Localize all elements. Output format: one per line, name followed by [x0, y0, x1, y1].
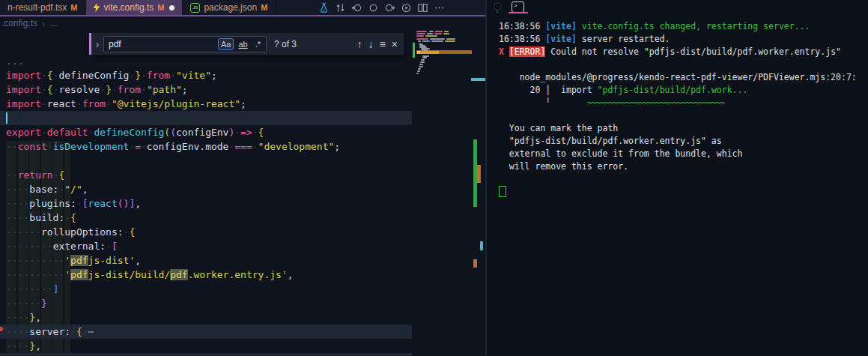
json-file-icon: JS — [190, 3, 200, 13]
code-line[interactable]: import·react·from·"@vitejs/plugin-react"… — [0, 97, 412, 111]
code-line[interactable]: ····build:·{ — [0, 211, 412, 225]
code-line[interactable]: ····base:·"/", — [0, 182, 412, 196]
code-editor[interactable]: ...import·{·defineConfig·}·from·"vite";i… — [0, 54, 414, 353]
terminal-token: 16:38:56 — [499, 21, 545, 31]
whole-word-toggle[interactable]: ab — [235, 38, 250, 50]
code-token: · — [106, 241, 112, 252]
code-token: server: — [29, 326, 70, 337]
code-token: .worker.entry.js' — [188, 269, 288, 280]
breadcrumb[interactable]: .config.ts › ... — [1, 16, 57, 30]
code-line[interactable]: ··return·{ — [0, 168, 412, 182]
code-line[interactable]: ····}, — [0, 339, 412, 353]
match-case-toggle[interactable]: Aa — [218, 38, 234, 50]
code-token: ········ — [6, 241, 53, 252]
code-token: { — [58, 169, 64, 181]
lightbulb-icon — [494, 2, 502, 10]
code-token: , — [288, 269, 294, 280]
code-token: const — [18, 141, 47, 152]
code-token: · — [41, 70, 47, 81]
find-in-selection-button[interactable]: ≡ — [380, 39, 386, 49]
terminal-token: node_modules/@progress/kendo-react-pdf-v… — [499, 72, 857, 82]
code-line[interactable]: ······} — [0, 296, 412, 310]
breadcrumb-more[interactable]: ... — [49, 18, 57, 28]
circle-arrow-left-icon[interactable] — [350, 1, 362, 13]
terminal-line: 16:38:56 [vite] server restarted. — [499, 33, 857, 46]
code-token: ; — [334, 141, 340, 152]
terminal-tab-icon[interactable]: > — [512, 1, 524, 13]
code-line[interactable]: ····}, — [0, 310, 412, 325]
next-match-button[interactable]: ↓ — [368, 39, 374, 49]
minimap-code-row — [430, 38, 445, 40]
split-editor-icon[interactable] — [416, 1, 428, 13]
overview-ruler[interactable] — [470, 0, 485, 356]
close-find-button[interactable]: × — [392, 39, 398, 49]
minimap[interactable] — [414, 30, 470, 352]
more-actions-icon[interactable] — [433, 1, 445, 13]
code-token: · — [141, 141, 147, 152]
minimap-code-row — [422, 57, 427, 58]
code-line[interactable]: ··········'pdfjs-dist/build/pdf.worker.e… — [0, 268, 412, 282]
code-line[interactable]: ... — [0, 54, 412, 68]
code-token: build: — [29, 212, 64, 223]
terminal-line — [499, 173, 857, 186]
minimap-code-row — [419, 66, 423, 67]
code-token: } — [29, 340, 35, 352]
modified-badge: M — [157, 3, 164, 12]
compare-changes-icon[interactable] — [334, 1, 346, 13]
terminal-line: will remove this error. — [499, 160, 857, 173]
code-line[interactable] — [0, 154, 412, 168]
code-line[interactable] — [0, 111, 412, 125]
find-input[interactable]: pdf Aa ab .* — [103, 36, 267, 52]
previous-match-button[interactable]: ↑ — [357, 39, 362, 49]
code-line[interactable]: export·default·defineConfig((configEnv)·… — [0, 125, 412, 139]
code-token: external: — [53, 241, 106, 252]
run-circle-icon[interactable] — [400, 1, 412, 13]
code-line[interactable]: ····plugins:·[react()], — [0, 196, 412, 211]
code-line[interactable]: ········] — [0, 282, 412, 296]
toggle-replace-chevron-icon[interactable]: › — [91, 38, 103, 50]
code-token: · — [41, 98, 47, 109]
code-line[interactable]: ······rollupOptions:·{ — [0, 225, 412, 239]
minimap-code-row — [435, 31, 443, 32]
circle-icon[interactable] — [367, 1, 379, 13]
code-token: · — [106, 98, 112, 109]
code-token: rollupOptions: — [41, 226, 124, 238]
code-token: "path" — [147, 84, 182, 95]
code-token: · — [100, 84, 106, 95]
code-line[interactable]: ··const·isDevelopment·=·configEnv.mode·=… — [0, 139, 412, 154]
code-token: ···· — [6, 184, 29, 195]
code-token: ; — [182, 84, 188, 95]
tab-n-result-pdf.tsx[interactable]: n-result-pdf.tsxM — [0, 0, 86, 15]
find-widget: › pdf Aa ab .* ? of 3 ↑ ↓ ≡ × — [88, 33, 404, 55]
code-line[interactable]: ····server:·{·⋯ — [0, 325, 412, 339]
terminal-line — [499, 109, 857, 122]
tab-package.json[interactable]: JSpackage.jsonM — [183, 0, 276, 15]
code-line[interactable]: ········external:·[ — [0, 239, 412, 253]
regex-toggle[interactable]: .* — [252, 38, 264, 50]
code-token: ·········· — [6, 269, 64, 280]
minimap-code-row — [446, 38, 455, 40]
tabbar-accent-border — [0, 15, 485, 16]
terminal-token: "pdfjs-dist/build/pdf.worker.entry.js" a… — [499, 136, 722, 146]
flask-icon[interactable] — [318, 1, 330, 13]
terminal-line — [499, 58, 857, 71]
code-token: base: — [29, 184, 58, 195]
code-line[interactable]: import·{·defineConfig·}·from·"vite"; — [0, 68, 412, 82]
minimap-code-row — [427, 33, 433, 34]
tab-vite.config.ts[interactable]: vite.config.tsM — [86, 0, 183, 15]
code-line[interactable]: import·{·resolve·}·from·"path"; — [0, 82, 412, 97]
code-token: [ — [112, 241, 118, 252]
code-token: defineConfig — [58, 70, 129, 81]
code-token: · — [252, 141, 258, 152]
find-query-text[interactable]: pdf — [109, 39, 216, 49]
terminal-panel[interactable]: > 16:38:56 [vite] vite.config.ts changed… — [487, 0, 868, 356]
minimap-find-highlight-edge — [417, 51, 420, 54]
breadcrumb-file[interactable]: .config.ts — [1, 18, 37, 28]
code-line[interactable]: ··········'pdfjs-dist', — [0, 253, 412, 268]
code-token: · — [41, 84, 47, 95]
circle-arrow-right-icon[interactable] — [383, 1, 395, 13]
code-token: · — [47, 141, 53, 152]
terminal-token: 20 │ import — [499, 85, 598, 95]
code-token: · — [234, 127, 240, 138]
code-token: · — [76, 198, 82, 209]
